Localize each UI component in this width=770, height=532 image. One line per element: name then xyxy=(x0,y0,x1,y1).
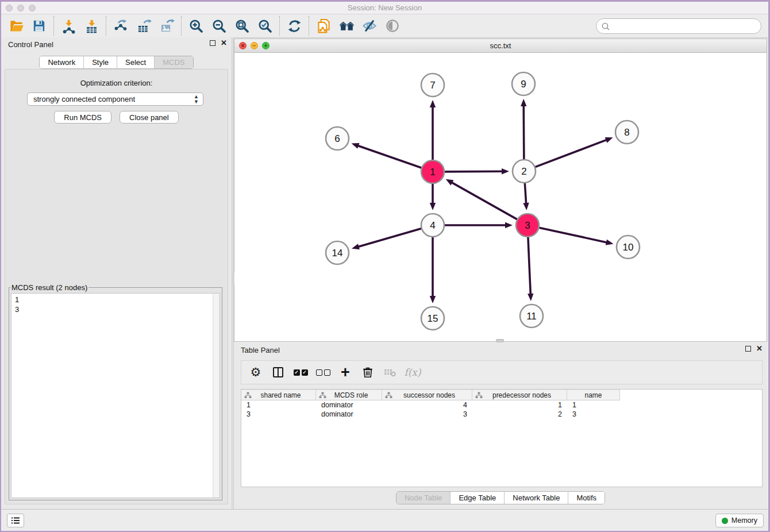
graph-edge-2-8[interactable] xyxy=(534,140,607,167)
tab-node-table[interactable]: Node Table xyxy=(396,492,451,504)
column-type-icon xyxy=(385,392,392,399)
column-header-mcds-role[interactable]: MCDS role xyxy=(316,390,382,400)
zoom-out-icon[interactable] xyxy=(207,16,230,36)
unselect-all-columns-icon[interactable] xyxy=(314,364,332,381)
result-scrollbar[interactable] xyxy=(213,294,220,498)
graph-node-label: 9 xyxy=(521,79,526,90)
tab-network-table[interactable]: Network Table xyxy=(505,492,568,504)
table-cell[interactable]: 3 xyxy=(241,410,316,419)
delete-column-icon[interactable] xyxy=(359,364,376,381)
splitter-grip-icon[interactable] xyxy=(232,272,234,285)
network-window-titlebar[interactable]: × − + scc.txt xyxy=(234,39,767,53)
table-cell[interactable]: 4 xyxy=(382,400,472,410)
main-titlebar: Session: New Session xyxy=(1,2,768,14)
tab-mcds[interactable]: MCDS xyxy=(155,56,192,68)
splitter-grip-icon[interactable] xyxy=(496,339,504,342)
delete-table-icon xyxy=(382,364,399,381)
graph-node-label: 15 xyxy=(428,313,438,324)
tab-edge-table[interactable]: Edge Table xyxy=(451,492,505,504)
table-panel-tabs: Node TableEdge TableNetwork TableMotifs xyxy=(396,491,605,504)
import-network-icon[interactable] xyxy=(57,16,80,36)
table-cell[interactable]: dominator xyxy=(316,400,382,410)
control-panel-close-icon[interactable]: ✕ xyxy=(221,40,227,46)
close-panel-button[interactable]: Close panel xyxy=(120,111,179,124)
table-row[interactable]: 1dominator411 xyxy=(241,400,762,410)
tab-motifs[interactable]: Motifs xyxy=(568,492,605,504)
zoom-selected-icon[interactable] xyxy=(253,16,276,36)
graph-edge-arrowhead xyxy=(521,99,526,106)
table-row[interactable]: 3dominator323 xyxy=(241,410,762,419)
hide-graphics-details-icon[interactable] xyxy=(358,16,381,36)
network-canvas[interactable]: 7968124314101511 xyxy=(234,53,767,341)
mcds-result-area[interactable]: 1 3 xyxy=(11,293,220,498)
graph-edge-arrowhead xyxy=(528,294,533,301)
toolbar-separator xyxy=(106,16,106,36)
task-history-button[interactable] xyxy=(7,514,24,527)
run-mcds-button[interactable]: Run MCDS xyxy=(54,111,111,124)
clone-network-icon[interactable] xyxy=(312,16,335,36)
column-header-predecessor-nodes[interactable]: predecessor nodes xyxy=(472,390,567,400)
first-neighbors-icon[interactable] xyxy=(335,16,358,36)
app-window: Session: New Session xyxy=(1,2,768,531)
tab-style[interactable]: Style xyxy=(84,56,117,68)
optimization-criterion-select[interactable]: strongly connected component ▲▼ xyxy=(27,92,203,106)
mcds-result-title: MCDS result (2 nodes) xyxy=(10,283,88,292)
graph-edge-3-1[interactable] xyxy=(451,182,518,220)
column-header-shared-name[interactable]: shared name xyxy=(241,390,316,400)
tab-network[interactable]: Network xyxy=(40,56,84,68)
status-bar: Memory xyxy=(1,509,768,531)
memory-label: Memory xyxy=(732,516,757,525)
column-header-successor-nodes[interactable]: successor nodes xyxy=(382,390,472,400)
memory-button[interactable]: Memory xyxy=(715,514,764,527)
table-cell[interactable]: 1 xyxy=(472,400,567,410)
table-cell[interactable]: 2 xyxy=(472,410,567,419)
show-columns-icon[interactable] xyxy=(270,364,287,381)
table-cell[interactable]: 1 xyxy=(241,400,316,410)
export-table-icon[interactable] xyxy=(132,16,155,36)
table-panel-title: Table Panel xyxy=(241,346,280,354)
apply-layout-icon[interactable] xyxy=(283,16,306,36)
control-panel-float-icon[interactable] xyxy=(210,40,215,46)
graph-edge-1-6[interactable] xyxy=(357,145,423,168)
table-panel-float-icon[interactable] xyxy=(745,346,751,352)
graph-node-label: 10 xyxy=(623,242,634,253)
optimization-criterion-label: Optimization criterion: xyxy=(5,79,228,87)
table-cell[interactable]: 1 xyxy=(567,400,620,410)
table-toolbar: ⚙ ✓✓ + f(x) xyxy=(241,360,763,384)
search-box[interactable] xyxy=(596,18,761,34)
table-cell[interactable]: 3 xyxy=(567,410,620,419)
graph-edge-2-3[interactable] xyxy=(525,182,526,204)
import-table-icon[interactable] xyxy=(80,16,103,36)
graph-edge-arrowhead xyxy=(446,179,454,186)
graph-edge-4-14[interactable] xyxy=(358,228,423,247)
network-graph[interactable]: 7968124314101511 xyxy=(234,53,768,341)
table-cell[interactable]: 3 xyxy=(382,410,472,419)
table-settings-icon[interactable]: ⚙ xyxy=(247,364,264,381)
table-cell[interactable]: dominator xyxy=(316,410,382,419)
tab-select[interactable]: Select xyxy=(117,56,155,68)
table-header-row: shared nameMCDS rolesuccessor nodesprede… xyxy=(241,390,762,400)
open-session-icon[interactable] xyxy=(5,16,28,36)
graph-edge-arrowhead xyxy=(505,222,513,228)
save-session-icon[interactable] xyxy=(28,16,51,36)
graph-edge-1-2[interactable] xyxy=(443,171,503,172)
toolbar-separator xyxy=(309,16,309,36)
export-image-icon[interactable] xyxy=(155,16,178,36)
graph-edge-3-10[interactable] xyxy=(538,228,607,242)
toolbar-separator xyxy=(279,16,280,36)
zoom-in-icon[interactable] xyxy=(184,16,207,36)
select-all-columns-icon[interactable]: ✓✓ xyxy=(292,364,309,381)
node-table[interactable]: shared nameMCDS rolesuccessor nodesprede… xyxy=(241,389,763,487)
zoom-fit-icon[interactable] xyxy=(230,16,253,36)
column-header-name[interactable]: name xyxy=(567,390,620,400)
graph-edge-arrowhead xyxy=(523,203,529,210)
create-column-icon[interactable]: + xyxy=(337,364,354,381)
graph-edge-3-11[interactable] xyxy=(528,236,531,295)
export-network-icon[interactable] xyxy=(109,16,132,36)
graph-edge-arrowhead xyxy=(352,244,360,249)
main-toolbar xyxy=(1,14,768,38)
network-window-title: scc.txt xyxy=(234,41,767,50)
search-input[interactable] xyxy=(610,20,761,33)
graph-edge-2-9[interactable] xyxy=(523,105,524,161)
table-panel-close-icon[interactable]: ✕ xyxy=(756,346,763,352)
